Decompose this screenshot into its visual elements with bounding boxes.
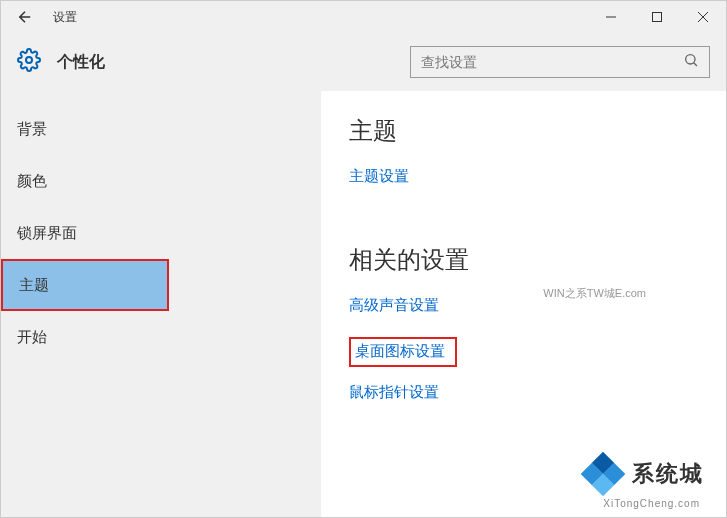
search-icon [683,52,699,72]
sidebar: 背景 颜色 锁屏界面 主题 开始 [1,91,321,517]
gear-icon [17,48,41,76]
close-button[interactable] [680,1,726,33]
svg-line-6 [694,63,697,66]
watermark-brand: 系统城 [632,459,704,489]
watermark-url: XiTongCheng.com [603,498,700,509]
mouse-pointer-link[interactable]: 鼠标指针设置 [349,383,439,402]
sidebar-item-start[interactable]: 开始 [1,311,321,363]
desktop-icon-settings-link[interactable]: 桌面图标设置 [349,337,457,367]
search-box[interactable] [410,46,710,78]
svg-rect-1 [653,13,662,22]
minimize-button[interactable] [588,1,634,33]
window-title: 设置 [53,9,77,26]
svg-point-5 [686,55,695,64]
sidebar-item-colors[interactable]: 颜色 [1,155,321,207]
section-title-themes: 主题 [349,115,698,147]
titlebar: 设置 [1,1,726,33]
watermark-faint: WIN之系TW城E.com [543,286,646,301]
theme-settings-link[interactable]: 主题设置 [349,167,409,186]
maximize-button[interactable] [634,1,680,33]
svg-point-4 [26,57,32,63]
sidebar-item-background[interactable]: 背景 [1,103,321,155]
sidebar-item-lockscreen[interactable]: 锁屏界面 [1,207,321,259]
category-title: 个性化 [57,52,105,73]
section-title-related: 相关的设置 [349,244,698,276]
header: 个性化 [1,33,726,91]
sidebar-item-themes[interactable]: 主题 [1,259,169,311]
watermark: 系统城 [580,451,704,497]
back-button[interactable] [9,1,41,33]
advanced-sound-link[interactable]: 高级声音设置 [349,296,439,315]
search-input[interactable] [421,54,683,70]
logo-icon [580,451,626,497]
